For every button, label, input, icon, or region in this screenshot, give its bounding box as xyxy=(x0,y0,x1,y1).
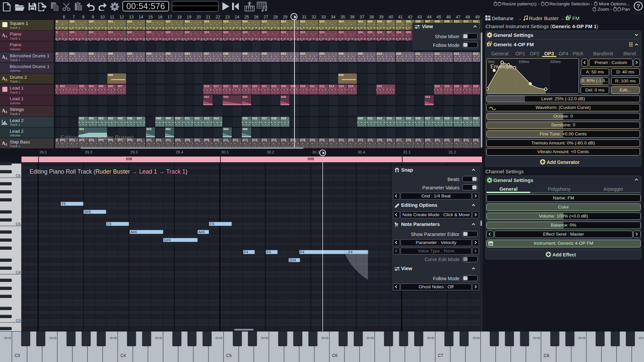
svg-text:C6: C6 xyxy=(332,353,337,358)
svg-text:F5: F5 xyxy=(62,202,66,206)
svg-text:D#4: D#4 xyxy=(289,258,296,262)
svg-text:4: 4 xyxy=(488,43,490,47)
svg-text:C5: C5 xyxy=(107,222,112,226)
svg-text:F4: F4 xyxy=(267,250,271,254)
svg-text:C4: C4 xyxy=(16,270,20,274)
svg-text:D#5: D#5 xyxy=(85,210,91,214)
svg-text:Envelope: Envelope xyxy=(490,64,513,69)
svg-text:C5: C5 xyxy=(16,222,20,226)
svg-text:200ms: 200ms xyxy=(550,60,561,64)
svg-text:G#4: G#4 xyxy=(164,238,171,242)
svg-text:4: 4 xyxy=(567,16,569,20)
svg-text:F4: F4 xyxy=(300,250,304,254)
svg-text:100ms: 100ms xyxy=(519,60,529,64)
svg-text:C3: C3 xyxy=(15,353,20,358)
svg-text:?: ? xyxy=(637,3,640,9)
svg-text:C7: C7 xyxy=(438,353,443,358)
svg-text:0ms: 0ms xyxy=(488,60,495,64)
svg-text:A#4: A#4 xyxy=(130,230,137,234)
svg-text:C5: C5 xyxy=(226,353,232,358)
svg-text:C6: C6 xyxy=(16,174,20,178)
svg-text:...F4: ...F4 xyxy=(345,250,353,254)
svg-text:C5: C5 xyxy=(210,222,215,226)
svg-text:C8: C8 xyxy=(544,353,549,358)
svg-text:F4: F4 xyxy=(244,250,248,254)
svg-text:C4: C4 xyxy=(120,353,126,358)
svg-text:A#4: A#4 xyxy=(199,230,205,234)
svg-text:C3: C3 xyxy=(16,318,20,322)
